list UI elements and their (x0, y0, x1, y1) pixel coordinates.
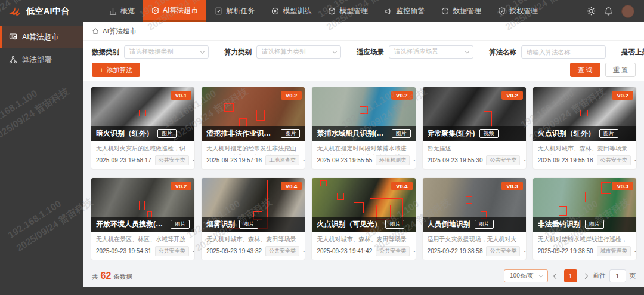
more-menu-icon[interactable] (413, 155, 416, 165)
goto-page-input[interactable] (609, 269, 626, 282)
nav-item-model-management[interactable]: 模型管理 (320, 0, 376, 22)
card-date: 2025-09-23 19:57:16 (206, 157, 262, 164)
page-unit: 页 (630, 272, 636, 280)
total-count: 共 62 条数据 (92, 271, 132, 281)
overview-icon (109, 7, 117, 15)
detection-box (601, 182, 611, 194)
sidebar-item-algorithm-deploy[interactable]: 算法部署 (0, 48, 83, 71)
sidebar-item-label: 算法部署 (22, 55, 52, 65)
settings-gear-icon[interactable] (587, 7, 596, 16)
algorithm-card[interactable]: V0.4 火点识别（可见光）图片 无人机对城市、森林、麦田等场景做巡检，识别这些… (311, 177, 416, 260)
select-placeholder: 请选择算力类别 (262, 48, 332, 56)
version-badge: V0.2 (171, 182, 192, 190)
main-nav: 概览 AI算法超市 解析任务 模型训练 模型管理 监控预警 (101, 0, 587, 22)
algorithm-card[interactable]: V0.3 人员倒地识别图片 适用于火灾救援现场，无人机对火灾现场进行巡检，若识别… (422, 177, 527, 260)
logo: 低空AI中台 (0, 6, 89, 17)
detection-box (484, 111, 492, 127)
chevron-down-icon (332, 48, 337, 53)
ai-market-icon (151, 7, 159, 14)
page-size-select[interactable]: 100条/页 (504, 269, 547, 282)
more-menu-icon[interactable] (524, 155, 526, 165)
more-menu-icon[interactable] (634, 155, 637, 165)
category-tag: 工地巡查类 (265, 155, 299, 165)
version-badge: V0.2 (281, 91, 302, 100)
more-menu-icon[interactable] (413, 245, 416, 256)
header-divider (92, 7, 92, 16)
version-badge: V0.1 (171, 91, 192, 100)
pagination: 100条/页 1 前往 页 (504, 269, 636, 282)
more-menu-icon[interactable] (634, 245, 637, 256)
ai-market-icon (9, 33, 17, 41)
algorithm-thumbnail: V0.2 异常聚集(红外)视频 (423, 87, 526, 141)
select-placeholder: 请选择适应场景 (394, 48, 465, 56)
scene-select[interactable]: 请选择适应场景 (389, 45, 473, 59)
algorithm-card[interactable]: V0.2 火点识别（红外）图片 无人机对城市、森林、麦田等场景做巡检，识别这些地… (532, 87, 637, 170)
nav-label: 授权管理 (509, 6, 538, 16)
notifications-bell-icon[interactable] (604, 7, 613, 16)
more-menu-icon[interactable] (303, 245, 305, 256)
algorithm-card[interactable]: V0.2 开放环境人员搜救(红外)图片 无人机在景区、林区、水域等开放环境进行巡… (91, 177, 195, 260)
media-type-badge: 图片 (171, 220, 190, 229)
detection-box (580, 110, 587, 117)
header-actions (587, 5, 644, 18)
alert-icon (385, 7, 392, 15)
sidebar-item-ai-market[interactable]: AI算法超市 (0, 26, 83, 48)
next-page-icon[interactable] (582, 273, 588, 279)
card-date: 2025-09-23 19:55:18 (538, 157, 593, 164)
version-badge: V0.3 (501, 182, 523, 190)
nav-item-parse-tasks[interactable]: 解析任务 (206, 0, 263, 22)
card-date: 2025-09-22 19:38:50 (538, 248, 593, 254)
card-title: 烟雾识别 (206, 219, 235, 229)
more-menu-icon[interactable] (193, 155, 195, 165)
version-badge: V0.3 (612, 182, 633, 190)
algorithm-thumbnail: V0.2 渣挖推非法作业识别(红外)图片 (202, 87, 305, 141)
algorithm-thumbnail: V0.1 暗火识别（红外）图片 (91, 87, 194, 141)
media-type-badge: 图片 (475, 220, 494, 229)
pie-chart-icon (441, 7, 449, 15)
add-algorithm-button[interactable]: +添加算法 (92, 63, 140, 77)
breadcrumb-title: AI算法超市 (103, 27, 137, 36)
nav-item-model-training[interactable]: 模型训练 (263, 0, 320, 22)
nav-item-monitor-alert[interactable]: 监控预警 (376, 0, 433, 22)
card-title: 火点识别（可见光） (317, 219, 381, 229)
algorithm-card[interactable]: V0.3 非法垂钓识别图片 无人机对禁钓水域岸线进行巡检，识别在禁钓水域钓鱼的人… (532, 177, 637, 260)
more-menu-icon[interactable] (193, 245, 195, 256)
more-menu-icon[interactable] (303, 155, 305, 165)
category-tag: 公共安全类 (486, 155, 520, 165)
card-date: 2025-09-23 19:43:32 (206, 248, 262, 254)
filter-panel: 数据类别 请选择数据类别 算力类别 请选择算力类别 (83, 41, 644, 81)
shield-icon (498, 7, 506, 15)
algorithm-card[interactable]: V0.1 暗火识别（红外）图片 无人机对火灾后的区域做巡检，识别灾后的暗火，后台… (91, 87, 195, 170)
algorithm-thumbnail: V0.2 火点识别（红外）图片 (533, 87, 636, 141)
nav-item-data-management[interactable]: 数据管理 (433, 0, 490, 22)
detection-box (224, 103, 234, 112)
prev-page-icon[interactable] (553, 273, 559, 279)
user-avatar[interactable] (621, 5, 634, 18)
algorithm-thumbnail: V0.2 开放环境人员搜救(红外)图片 (91, 178, 194, 232)
nav-item-ai-market[interactable]: AI算法超市 (143, 0, 206, 22)
nav-item-overview[interactable]: 概览 (101, 0, 143, 22)
algorithm-card[interactable]: V0.4 烟雾识别图片 无人机对城市、森林、麦田等场景做巡检，识别这些地方是否有… (201, 177, 305, 260)
algorithm-card[interactable]: V0.2 异常聚集(红外)视频 暂无描述 2025-09-23 19:55:30… (422, 87, 527, 170)
search-button[interactable]: 查 询 (570, 63, 600, 77)
card-description: 无人机对城市、森林、麦田等场景做巡检，识别这些地方是否有火点。 (533, 141, 636, 155)
category-tag: 公共安全类 (265, 246, 299, 256)
data-category-select[interactable]: 请选择数据类别 (124, 45, 209, 59)
media-type-badge: 图片 (239, 220, 258, 229)
algorithm-card[interactable]: V0.2 渣挖推非法作业识别(红外)图片 无人机对指定的经常发生非法挖山活动的区… (201, 87, 305, 170)
detection-box (256, 110, 265, 121)
card-description: 无人机在景区、林区、水域等开放环境进行巡检、搜救，若检测到人体，后台报警并紧急推… (91, 232, 194, 245)
algorithm-name-input[interactable] (521, 45, 606, 59)
compute-category-select[interactable]: 请选择算力类别 (256, 45, 341, 59)
nav-item-auth-management[interactable]: 授权管理 (490, 0, 546, 22)
media-type-badge: 图片 (585, 220, 604, 229)
more-menu-icon[interactable] (524, 245, 526, 256)
algorithm-thumbnail: V0.3 非法垂钓识别图片 (533, 178, 636, 232)
card-title: 禁捕水域船只识别(红外) (317, 128, 387, 139)
filter-compute-category: 算力类别 请选择算力类别 (224, 45, 341, 59)
reset-button[interactable]: 重 置 (605, 63, 636, 77)
algorithm-card[interactable]: V0.2 禁捕水域船只识别(红外)图片 无人机在指定时间段对禁捕水域进行巡检，若… (311, 87, 416, 170)
nav-label: 模型管理 (339, 6, 368, 16)
page-number-button[interactable]: 1 (564, 269, 577, 282)
app-window: 低空AI中台 概览 AI算法超市 解析任务 模型训练 模型管理 (0, 0, 644, 295)
